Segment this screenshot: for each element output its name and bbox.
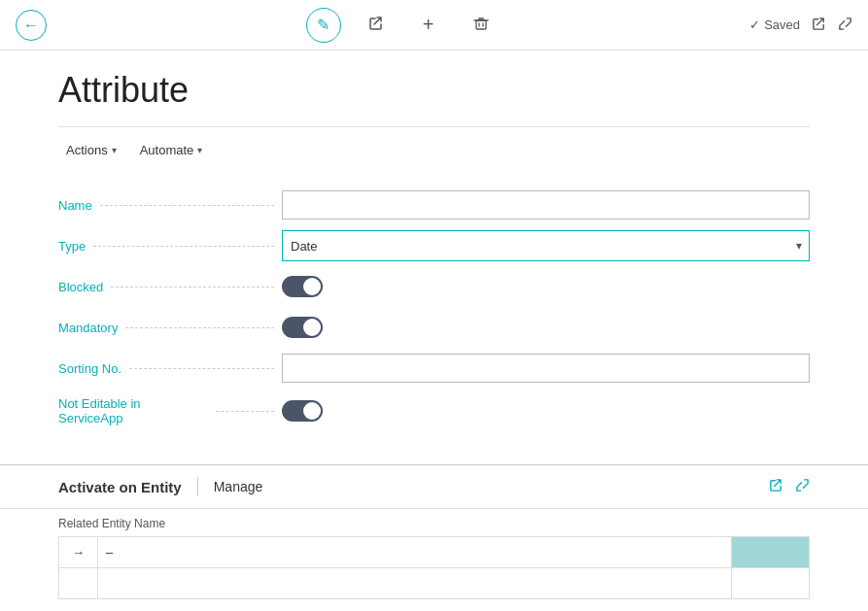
page-content: Attribute Actions ▾ Automate ▾ Name Type (0, 51, 868, 433)
toolbar-icons: ✎ + (54, 8, 749, 43)
row1-arrow-cell: → (59, 537, 98, 568)
add-icon: + (423, 14, 434, 36)
bottom-section: Activate on Entity Manage Related Entity… (0, 464, 868, 599)
blocked-label: Blocked (58, 272, 282, 302)
saved-label: Saved (764, 17, 800, 32)
external-link-button[interactable] (812, 17, 826, 34)
check-icon: ✓ (749, 17, 760, 32)
row1-value-cell[interactable]: – (98, 537, 732, 568)
sorting-control (282, 354, 810, 383)
table-section: Related Entity Name → – (0, 509, 868, 599)
type-row: Type Date Text Number Boolean ▾ (58, 225, 810, 266)
add-button[interactable]: + (411, 8, 446, 43)
sorting-input[interactable] (282, 354, 810, 383)
automate-label: Automate (140, 143, 194, 157)
back-icon: ← (23, 17, 39, 34)
automate-chevron-icon: ▾ (197, 145, 202, 155)
automate-button[interactable]: Automate ▾ (132, 139, 211, 161)
not-editable-label: Not Editable in ServiceApp (58, 389, 282, 433)
row2-arrow-cell (59, 568, 98, 599)
edit-button[interactable]: ✎ (306, 8, 341, 43)
sorting-row: Sorting No. (58, 348, 810, 389)
name-input[interactable] (282, 190, 810, 220)
row2-action-cell[interactable] (732, 568, 810, 599)
not-editable-control (282, 400, 810, 422)
bottom-header-icons (769, 478, 810, 495)
form-section: Name Type Date Text Number Boolean ▾ (58, 185, 810, 433)
bottom-title: Activate on Entity (58, 479, 182, 495)
type-control: Date Text Number Boolean ▾ (282, 230, 810, 261)
mandatory-toggle[interactable] (282, 317, 323, 338)
svg-rect-0 (476, 20, 486, 29)
actions-button[interactable]: Actions ▾ (58, 139, 124, 161)
name-label: Name (58, 190, 282, 221)
delete-button[interactable] (464, 8, 499, 43)
blocked-toggle[interactable] (282, 276, 323, 297)
type-select-wrap: Date Text Number Boolean ▾ (282, 230, 810, 261)
saved-status: ✓ Saved (749, 17, 800, 32)
edit-icon: ✎ (317, 16, 330, 34)
actions-chevron-icon: ▾ (112, 145, 117, 155)
expand-button[interactable] (838, 17, 852, 34)
bottom-expand-icon[interactable] (795, 478, 810, 495)
table-row: → – (59, 537, 810, 568)
not-editable-toggle[interactable] (282, 400, 323, 422)
name-row: Name (58, 185, 810, 225)
mandatory-label: Mandatory (58, 313, 282, 343)
top-bar: ← ✎ + (0, 0, 868, 51)
title-divider (58, 126, 810, 127)
blocked-row: Blocked (58, 266, 810, 307)
row2-value-cell[interactable] (98, 568, 732, 599)
share-icon (368, 16, 384, 35)
delete-icon (473, 16, 489, 35)
toolbar-right: ✓ Saved (749, 17, 852, 34)
actions-label: Actions (66, 143, 108, 157)
manage-button[interactable]: Manage (214, 479, 263, 494)
sorting-label: Sorting No. (58, 354, 282, 384)
back-button[interactable]: ← (16, 10, 47, 41)
share-button[interactable] (359, 8, 394, 43)
name-control (282, 190, 810, 220)
blocked-control (282, 276, 810, 297)
bottom-header: Activate on Entity Manage (0, 465, 868, 509)
page-title: Attribute (58, 70, 810, 111)
type-label: Type (58, 231, 282, 261)
col-header-related-entity: Related Entity Name (58, 509, 810, 536)
actions-bar: Actions ▾ Automate ▾ (58, 139, 810, 161)
row1-action-cell[interactable] (732, 537, 810, 568)
bottom-share-icon[interactable] (769, 478, 783, 495)
not-editable-row: Not Editable in ServiceApp (58, 389, 810, 433)
data-table: → – (58, 536, 810, 599)
type-select[interactable]: Date Text Number Boolean (282, 230, 810, 261)
mandatory-control (282, 317, 810, 338)
mandatory-row: Mandatory (58, 307, 810, 348)
bottom-header-divider (197, 477, 198, 496)
table-row (59, 568, 810, 599)
